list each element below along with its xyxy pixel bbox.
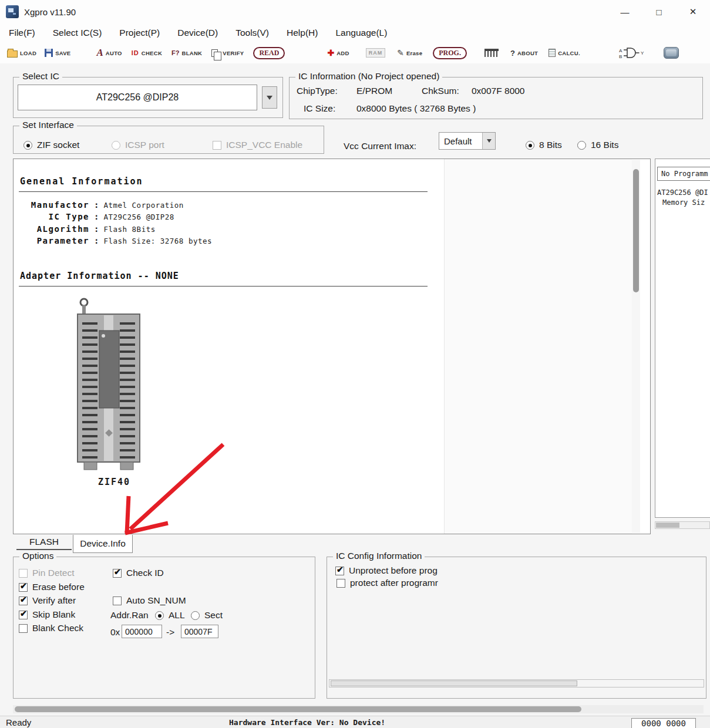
right-panel-memory-size: Memory Siz <box>662 198 705 207</box>
plus-icon: ✚ <box>327 48 334 58</box>
unprotect-before-prog-checkbox[interactable]: Unprotect before prog <box>335 565 438 576</box>
blank-button[interactable]: F? BLANK <box>171 49 202 56</box>
blank-check-checkbox[interactable]: Blank Check <box>19 623 83 633</box>
calculator-button[interactable]: CALCU. <box>549 49 580 57</box>
scrollbar-thumb[interactable] <box>331 680 577 686</box>
tab-device-info[interactable]: Device.Info <box>73 535 133 553</box>
menu-select-ic[interactable]: Select IC(S) <box>44 25 111 41</box>
about-button[interactable]: ? ABOUT <box>510 49 538 58</box>
menu-file[interactable]: File(F) <box>0 25 44 41</box>
verify-button[interactable]: VERIFY <box>211 49 244 57</box>
radio-icon <box>23 141 32 150</box>
options-group-title: Options <box>19 551 56 561</box>
auto-pen-icon: A <box>97 47 103 59</box>
divider <box>19 191 428 192</box>
16-bits-radio[interactable]: 16 Bits <box>577 140 618 150</box>
checkbox-icon <box>335 567 344 575</box>
question-mark-icon: ? <box>510 49 515 58</box>
logic-gate-icon: A B Y <box>619 47 646 59</box>
vcc-imax-select[interactable]: Default <box>439 132 496 150</box>
icsp-vcc-checkbox[interactable]: ICSP_VCC Enable <box>213 140 302 150</box>
icsp-port-radio[interactable]: ICSP port <box>112 140 164 150</box>
menu-bar: File(F) Select IC(S) Project(P) Device(D… <box>0 23 710 42</box>
zif-socket-radio[interactable]: ZIF socket <box>23 140 79 150</box>
status-counter: 0000 0000 <box>631 718 696 728</box>
menu-tools[interactable]: Tools(V) <box>227 25 278 41</box>
save-button[interactable]: SAVE <box>45 49 70 57</box>
menu-device[interactable]: Device(D) <box>169 25 227 41</box>
open-folder-icon <box>7 50 18 58</box>
close-button[interactable]: ✕ <box>676 0 710 23</box>
auto-button[interactable]: A AUTO <box>97 47 122 59</box>
maximize-button[interactable]: □ <box>642 0 676 23</box>
chip-type-label: ChipType: <box>297 86 338 96</box>
tv-icon <box>664 47 679 59</box>
chksum-label: ChkSum: <box>422 86 459 96</box>
status-hardware: Hardware Interface Ver: No Device! <box>229 718 385 727</box>
tv-mode-button[interactable] <box>664 47 679 59</box>
status-ready: Ready <box>6 717 31 727</box>
scrollbar-thumb[interactable] <box>633 169 639 292</box>
radio-icon <box>191 611 200 620</box>
app-icon <box>6 5 19 18</box>
chip-type-value: E/PROM <box>356 86 392 96</box>
erase-before-checkbox[interactable]: Erase before <box>19 582 85 592</box>
menu-help[interactable]: Help(H) <box>278 25 327 41</box>
ic-config-horizontal-scrollbar[interactable] <box>329 679 704 687</box>
vcc-imax-label: Vcc Current Imax: <box>344 141 416 151</box>
8-bits-radio[interactable]: 8 Bits <box>526 140 562 150</box>
toolbar: LOAD SAVE A AUTO ID CHECK F? BLANK VERIF… <box>0 42 710 63</box>
addr-all-radio[interactable]: ALL <box>155 610 185 621</box>
chevron-down-icon <box>267 96 272 100</box>
scrollbar-thumb[interactable] <box>15 706 581 712</box>
socket-tool-button[interactable] <box>484 49 499 57</box>
ram-button[interactable]: RAM <box>366 48 386 58</box>
check-id-checkbox[interactable]: Check ID <box>113 568 164 578</box>
ic-type-row: IC Type : AT29C256 @DIP28 <box>20 212 174 221</box>
load-button[interactable]: LOAD <box>7 49 36 58</box>
set-interface-group-title: Set Interface <box>19 120 77 130</box>
read-button[interactable]: READ <box>253 47 285 59</box>
range-end-input[interactable] <box>181 625 218 638</box>
radio-icon <box>155 611 164 620</box>
protect-after-program-checkbox[interactable]: protect after programr <box>337 578 438 588</box>
right-panel-horizontal-scrollbar[interactable] <box>655 521 710 529</box>
auto-sn-checkbox[interactable]: Auto SN_NUM <box>113 595 187 606</box>
skip-blank-checkbox[interactable]: Skip Blank <box>19 609 75 620</box>
selected-ic-combobox[interactable]: AT29C256 @DIP28 <box>18 85 257 110</box>
add-button[interactable]: ✚ ADD <box>327 48 349 58</box>
calculator-icon <box>549 49 556 57</box>
device-panel-vertical-scrollbar[interactable] <box>632 160 640 533</box>
pin-header-icon <box>484 49 499 57</box>
ic-combobox-dropdown-button[interactable] <box>262 86 277 109</box>
chevron-down-icon[interactable] <box>482 133 495 149</box>
blank-question-icon: F? <box>171 49 179 56</box>
erase-button[interactable]: ✎ Erase <box>397 48 422 58</box>
panel-empty-area <box>444 159 632 534</box>
right-panel-ic-name: AT29C256 @DI <box>657 188 708 197</box>
minimize-button[interactable]: — <box>608 0 642 23</box>
main-horizontal-scrollbar[interactable] <box>13 705 704 713</box>
check-id-button[interactable]: ID CHECK <box>132 49 162 56</box>
addr-sect-radio[interactable]: Sect <box>191 610 223 621</box>
prog-button[interactable]: PROG. <box>433 47 467 59</box>
scrollbar-thumb[interactable] <box>656 523 679 528</box>
verify-after-checkbox[interactable]: Verify after <box>19 595 76 606</box>
menu-project[interactable]: Project(P) <box>110 25 169 41</box>
logic-test-button[interactable]: A B Y <box>619 47 646 59</box>
pin-detect-checkbox[interactable]: Pin Detect <box>19 568 75 578</box>
checkbox-icon <box>113 569 122 578</box>
window-controls: — □ ✕ <box>608 0 710 23</box>
checkbox-icon <box>19 569 28 578</box>
pencil-eraser-icon: ✎ <box>397 48 404 58</box>
manufactor-row: Manufactor : Atmel Corporation <box>20 200 184 210</box>
tab-flash[interactable]: FLASH <box>16 535 72 550</box>
range-arrow-label: -> <box>166 627 174 638</box>
compare-pages-icon <box>211 49 218 57</box>
range-start-input[interactable] <box>122 625 162 638</box>
programmer-status-box: No Programm <box>657 167 710 181</box>
checkbox-icon <box>19 624 28 633</box>
menu-language[interactable]: Language(L) <box>327 25 396 41</box>
svg-text:B: B <box>619 54 622 59</box>
algorithm-row: ALgorithm : Flash 8Bits <box>20 224 156 234</box>
